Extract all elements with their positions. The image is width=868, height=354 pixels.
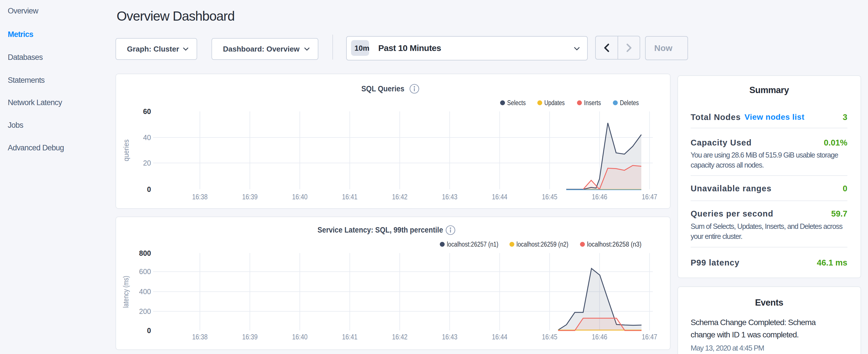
svg-text:16:45: 16:45 (542, 332, 557, 341)
svg-text:800: 800 (139, 249, 151, 257)
svg-text:Service Latency: SQL, 99th per: Service Latency: SQL, 99th percentile (317, 226, 443, 234)
svg-text:16:42: 16:42 (392, 192, 407, 201)
svg-text:localhost:26257 (n1): localhost:26257 (n1) (447, 240, 498, 248)
svg-text:16:38: 16:38 (192, 192, 208, 201)
svg-text:16:41: 16:41 (342, 332, 358, 341)
svg-text:400: 400 (139, 288, 151, 296)
svg-text:latency (ms): latency (ms) (122, 276, 130, 308)
svg-text:16:38: 16:38 (192, 332, 208, 341)
svg-text:16:46: 16:46 (592, 192, 607, 201)
svg-text:40: 40 (143, 133, 151, 141)
svg-text:Inserts: Inserts (584, 99, 601, 106)
svg-text:16:43: 16:43 (442, 332, 457, 341)
svg-text:localhost:26259 (n2): localhost:26259 (n2) (517, 240, 568, 248)
svg-text:16:44: 16:44 (492, 332, 507, 341)
svg-text:Updates: Updates (545, 99, 565, 106)
svg-text:200: 200 (139, 307, 151, 315)
svg-text:16:39: 16:39 (242, 332, 258, 341)
svg-text:16:40: 16:40 (292, 332, 308, 341)
svg-text:16:43: 16:43 (442, 192, 457, 201)
svg-text:16:46: 16:46 (592, 332, 607, 341)
svg-text:20: 20 (143, 159, 151, 167)
svg-text:16:45: 16:45 (542, 192, 557, 201)
svg-text:queries: queries (122, 139, 130, 161)
svg-text:0: 0 (147, 185, 151, 193)
svg-text:16:42: 16:42 (392, 332, 407, 341)
svg-text:0: 0 (147, 326, 151, 334)
svg-text:16:40: 16:40 (292, 192, 308, 201)
svg-text:16:41: 16:41 (342, 192, 358, 201)
svg-text:60: 60 (143, 107, 151, 116)
svg-text:16:47: 16:47 (642, 192, 657, 201)
svg-text:localhost:26258 (n3): localhost:26258 (n3) (587, 240, 642, 248)
svg-text:16:47: 16:47 (642, 332, 657, 341)
svg-text:Selects: Selects (507, 99, 526, 106)
svg-text:16:44: 16:44 (492, 192, 507, 201)
svg-text:16:39: 16:39 (242, 192, 258, 201)
svg-text:600: 600 (139, 267, 151, 276)
svg-text:SQL Queries: SQL Queries (361, 85, 404, 93)
svg-text:Deletes: Deletes (620, 99, 639, 106)
